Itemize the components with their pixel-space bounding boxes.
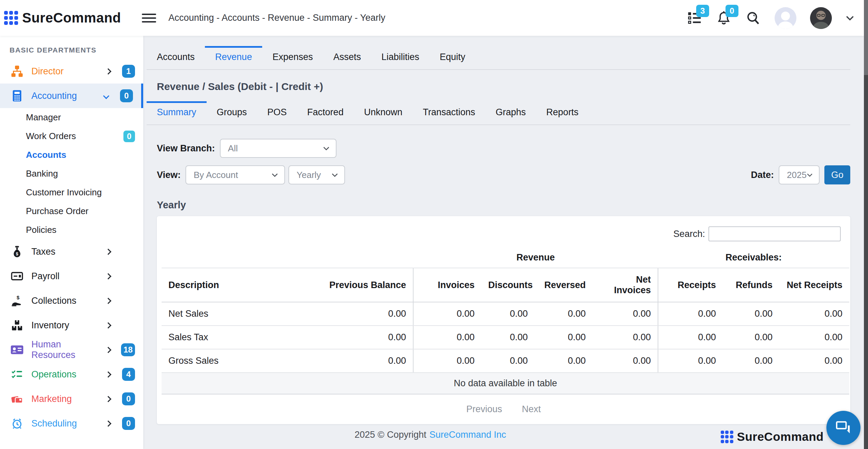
sidebar-item-collections[interactable]: $ Collections [0,288,143,313]
tab-liabilities[interactable]: Liabilities [371,46,430,69]
svg-text:$: $ [16,252,18,256]
view-branch-label: View Branch: [157,143,215,154]
top-header: SureCommand Accounting - Accounts - Reve… [0,0,864,36]
subtab-summary[interactable]: Summary [147,101,207,124]
go-button[interactable]: Go [824,165,850,184]
col-reversed: Reversed [535,268,593,302]
sidebar-item-inventory[interactable]: Inventory [0,313,143,338]
view-mode-select[interactable]: By Account [185,165,285,184]
sidebar-item-payroll[interactable]: Payroll [0,264,143,288]
subtab-transactions[interactable]: Transactions [413,101,485,124]
sidebar-item-operations[interactable]: Operations 4 [0,362,143,387]
date-select[interactable]: 2025 [779,165,820,184]
tab-accounts[interactable]: Accounts [147,46,205,69]
sidebar-item-purchase-order[interactable]: Purchase Order [0,202,143,221]
subtab-pos[interactable]: POS [257,101,297,124]
sidebar-child-label: Customer Invoicing [26,187,135,198]
sidebar-item-human-resources[interactable]: Human Resources 18 [0,338,143,362]
browser-scrollbar[interactable] [864,0,868,449]
secondary-avatar[interactable] [775,7,796,29]
sidebar-item-scheduling[interactable]: Scheduling 0 [0,411,143,436]
sidebar-item-director[interactable]: Director 1 [0,59,143,84]
sidebar-child-label: Work Orders [26,131,123,141]
cell-value: 0.00 [311,349,413,373]
menu-toggle-button[interactable] [142,14,156,23]
subtab-unknown[interactable]: Unknown [354,101,413,124]
subtab-reports[interactable]: Reports [536,101,589,124]
checklist-icon [10,369,25,379]
sidebar-item-label: Marketing [31,394,106,404]
scrollbar-thumb[interactable] [864,0,868,75]
user-photo [810,8,832,29]
breadcrumb: Accounting - Accounts - Revenue - Summar… [168,13,687,23]
chevron-right-icon [105,347,111,353]
subtab-groups[interactable]: Groups [207,101,257,124]
search-button[interactable] [745,10,761,26]
row-label: Net Sales [162,302,311,326]
sidebar-item-accounting[interactable]: Accounting 0 [0,84,143,108]
sidebar-item-policies[interactable]: Policies [0,221,143,239]
notifications-button[interactable]: 0 [716,10,732,26]
sidebar-item-work-orders[interactable]: Work Orders 0 [0,127,143,146]
sidebar-item-manager[interactable]: Manager [0,108,143,127]
table-group-header-row: Revenue Receivables: [162,250,849,268]
cell-value: 0.00 [535,326,593,349]
operations-badge: 4 [122,368,135,381]
sidebar-child-label: Accounts [26,150,135,160]
chevron-down-icon [807,173,813,177]
col-refunds: Refunds [723,268,779,302]
previous-page-button[interactable]: Previous [466,404,502,415]
sidebar-item-marketing[interactable]: Marketing 0 [0,387,143,411]
subtab-graphs[interactable]: Graphs [485,101,536,124]
table-row: Net Sales 0.00 0.00 0.00 0.00 0.00 0.00 … [162,302,849,326]
view-branch-select[interactable]: All [220,139,336,158]
yearly-table-card: Search: Revenue Receivables: [157,216,850,424]
tab-expenses[interactable]: Expenses [262,46,323,69]
alarm-clock-icon [10,418,25,429]
tab-equity[interactable]: Equity [430,46,476,69]
svg-text:$: $ [17,295,19,300]
period-select[interactable]: Yearly [288,165,345,184]
cash-icon [10,271,25,281]
director-badge: 1 [122,65,135,78]
cell-value: 0.00 [723,349,779,373]
sidebar-item-banking[interactable]: Banking [0,164,143,183]
logo-text: SureCommand [737,430,824,444]
chat-button[interactable] [826,411,860,445]
cell-value: 0.00 [481,302,535,326]
sidebar-item-label: Accounting [31,91,104,101]
tasks-button[interactable]: 3 [687,10,702,26]
search-icon [746,11,760,25]
cell-value: 0.00 [723,302,779,326]
chevron-down-icon [331,173,338,177]
company-link[interactable]: SureCommand Inc [430,430,506,440]
chevron-right-icon [105,371,111,377]
tab-assets[interactable]: Assets [323,46,371,69]
filter-controls: View Branch: All View: By Account Yearly [157,139,850,184]
empty-state-text: No data available in table [162,373,849,394]
cell-value: 0.00 [658,349,723,373]
sidebar-child-label: Policies [26,225,135,235]
next-page-button[interactable]: Next [522,404,541,415]
sidebar-item-customer-invoicing[interactable]: Customer Invoicing [0,183,143,202]
work-orders-badge: 0 [123,131,135,142]
cell-value: 0.00 [658,302,723,326]
subtab-factored[interactable]: Factored [297,101,354,124]
tab-revenue[interactable]: Revenue [205,46,262,69]
copyright-text: 2025 © Copyright [355,430,426,440]
app-logo[interactable]: SureCommand [0,10,136,26]
table-header-row: Description Previous Balance Invoices Di… [162,268,849,302]
col-invoices: Invoices [413,268,481,302]
cell-value: 0.00 [481,326,535,349]
logo-text: SureCommand [22,10,121,26]
profile-menu-button[interactable] [845,15,854,21]
chevron-down-icon [323,146,330,151]
user-avatar[interactable] [810,7,832,29]
sidebar-item-label: Human Resources [31,339,106,360]
section-title: Yearly [157,199,850,211]
col-net-receipts: Net Receipts [779,268,849,302]
sidebar-item-taxes[interactable]: $ Taxes [0,239,143,264]
id-card-icon [10,345,25,355]
table-search-input[interactable] [708,226,841,241]
sidebar-item-accounts[interactable]: Accounts [0,146,143,164]
